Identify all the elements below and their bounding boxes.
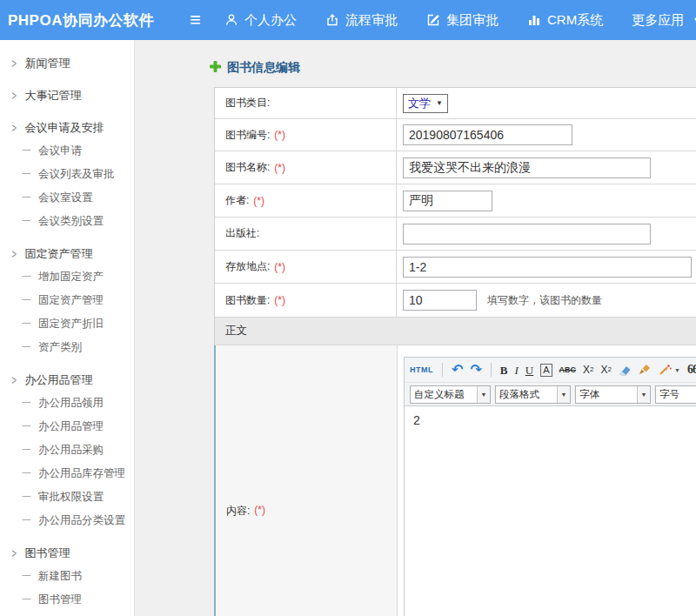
sidebar-item-asset-mgmt[interactable]: >固定资产管理 (0, 242, 134, 265)
person-icon (224, 13, 238, 27)
font-family-select[interactable]: 字体 ▼ (575, 385, 651, 404)
top-bar: PHPOA协同办公软件 ≡ 个人办公 流程审批 (0, 0, 696, 40)
chevron-right-icon: > (11, 56, 16, 70)
chevron-right-icon: > (11, 120, 16, 134)
book-no-input[interactable] (403, 124, 572, 145)
nav-process-approval[interactable]: 流程审批 (325, 12, 398, 29)
sidebar-item-asset-add[interactable]: 一增加固定资产 (0, 265, 134, 289)
sidebar-item-book-new[interactable]: 一新建图书 (0, 565, 134, 588)
form-row-location: 存放地点: (*) (215, 251, 696, 284)
strikethrough-button[interactable]: ABC (559, 366, 577, 374)
nav-more-apps[interactable]: 更多应用 ▼ (632, 12, 696, 29)
sidebar-item-book-borrow[interactable]: 一图书借阅 (0, 612, 134, 616)
required-mark: (*) (274, 129, 285, 141)
quantity-input[interactable] (403, 290, 477, 311)
combo-caret-icon: ▼ (477, 386, 490, 403)
nav-group-approval[interactable]: 集团审批 (426, 12, 499, 29)
sidebar-item-supplies-category[interactable]: 一办公用品分类设置 (0, 509, 134, 532)
sidebar-item-news-mgmt[interactable]: >新闻管理 (0, 51, 134, 75)
sidebar-item-meeting-apply[interactable]: 一会议申请 (0, 139, 134, 163)
nav-label: 个人办公 (244, 12, 297, 29)
bold-button[interactable]: B (500, 365, 508, 376)
magic-wand-icon[interactable]: ▼ (659, 364, 680, 376)
select-caret-icon: ▼ (436, 99, 443, 107)
sidebar-item-supplies-manage[interactable]: 一办公用品管理 (0, 415, 134, 439)
book-name-input[interactable] (403, 157, 651, 178)
sidebar-item-supplies-mgmt[interactable]: >办公用品管理 (0, 368, 134, 392)
font-size-select[interactable]: 字号 ▼ (655, 385, 696, 404)
nav-label: 集团审批 (446, 12, 499, 29)
publisher-input[interactable] (403, 224, 651, 244)
sidebar-item-meeting-room[interactable]: 一会议室设置 (0, 186, 134, 210)
redo-icon[interactable]: ↷ (470, 363, 481, 377)
paragraph-format-select[interactable]: 段落格式 ▼ (495, 385, 571, 404)
sidebar-item-book-mgmt[interactable]: >图书管理 (0, 541, 134, 565)
format-brush-icon[interactable] (639, 364, 652, 376)
field-label: 图书类目: (225, 96, 270, 110)
italic-button[interactable]: I (514, 365, 518, 376)
required-mark: (*) (254, 504, 265, 516)
dash-icon: 一 (22, 397, 31, 410)
author-input[interactable] (403, 191, 492, 211)
editor-content-area[interactable]: 2 (405, 405, 696, 616)
sidebar-item-meeting-list[interactable]: 一会议列表及审批 (0, 163, 134, 186)
form-row-publisher: 出版社: (215, 218, 696, 251)
sidebar-item-asset-category[interactable]: 一资产类别 (0, 336, 134, 359)
top-nav: 个人办公 流程审批 集团审批 CRM系统 (224, 0, 696, 40)
book-category-select[interactable]: 文学 ▼ (403, 94, 448, 113)
chevron-right-icon: > (11, 372, 16, 386)
underline-button[interactable]: U (525, 365, 533, 376)
sidebar-item-asset-manage[interactable]: 一固定资产管理 (0, 289, 134, 312)
sidebar-item-meeting-mgmt[interactable]: >会议申请及安排 (0, 116, 134, 139)
page-title: 图书信息编辑 (210, 60, 696, 76)
nav-label: 流程审批 (345, 12, 398, 29)
required-mark: (*) (274, 294, 285, 306)
eraser-icon[interactable] (619, 365, 632, 376)
export-icon (325, 13, 339, 27)
sidebar-menu: >新闻管理 >大事记管理 >会议申请及安排 一会议申请 一会议列表及审批 一会议… (0, 40, 134, 616)
sidebar-item-supplies-claim[interactable]: 一办公用品领用 (0, 392, 134, 415)
field-label: 作者: (225, 193, 249, 208)
sidebar: >新闻管理 >大事记管理 >会议申请及安排 一会议申请 一会议列表及审批 一会议… (0, 40, 135, 616)
font-color-button[interactable]: A (540, 364, 552, 377)
nav-personal-office[interactable]: 个人办公 (224, 12, 297, 29)
quantity-hint: 填写数字，该图书的数量 (487, 293, 602, 308)
dash-icon: 一 (22, 467, 31, 480)
custom-heading-select[interactable]: 自定义标题 ▼ (410, 385, 491, 404)
form-row-book-no: 图书编号: (*) (215, 119, 696, 151)
undo-icon[interactable]: ↶ (452, 363, 463, 377)
dash-icon: 一 (22, 514, 31, 527)
dash-icon: 一 (22, 168, 31, 181)
sidebar-item-events-mgmt[interactable]: >大事记管理 (0, 84, 134, 107)
sidebar-item-book-manage[interactable]: 一图书管理 (0, 588, 134, 612)
form-row-content: 内容: (*) HTML ↶ ↷ B I U A ABC (214, 345, 696, 616)
editor-toolbar-row2: 自定义标题 ▼ 段落格式 ▼ 字体 ▼ 字号 ▼ (405, 382, 696, 405)
caret-down-icon: ▼ (674, 367, 680, 373)
dash-icon: 一 (22, 341, 31, 354)
field-label: 内容: (226, 504, 250, 519)
nav-label: CRM系统 (547, 12, 603, 29)
hamburger-icon: ≡ (190, 9, 201, 31)
subscript-button[interactable]: X2 (601, 365, 612, 375)
nav-crm-system[interactable]: CRM系统 (527, 12, 603, 29)
html-source-button[interactable]: HTML (410, 366, 433, 374)
plus-icon (210, 60, 221, 76)
sidebar-item-asset-depreciation[interactable]: 一固定资产折旧 (0, 312, 134, 336)
hamburger-menu-button[interactable]: ≡ (190, 0, 201, 40)
blockquote-button[interactable]: 66 (687, 364, 696, 376)
bar-chart-icon (527, 13, 541, 27)
sidebar-item-meeting-category[interactable]: 一会议类别设置 (0, 210, 134, 233)
required-mark: (*) (253, 195, 264, 207)
form-row-author: 作者: (*) (215, 184, 696, 218)
superscript-button[interactable]: X2 (583, 365, 593, 375)
sidebar-item-supplies-inventory[interactable]: 一办公用品库存管理 (0, 462, 134, 485)
dash-icon: 一 (22, 318, 31, 331)
field-label: 图书名称: (225, 160, 270, 175)
combo-caret-icon: ▼ (557, 386, 570, 403)
combo-caret-icon: ▼ (637, 386, 650, 403)
location-input[interactable] (403, 257, 692, 278)
body-section-header: 正文 (215, 318, 696, 345)
sidebar-item-approval-permission[interactable]: 一审批权限设置 (0, 485, 134, 509)
sidebar-item-supplies-purchase[interactable]: 一办公用品采购 (0, 439, 134, 462)
dash-icon: 一 (22, 191, 31, 204)
